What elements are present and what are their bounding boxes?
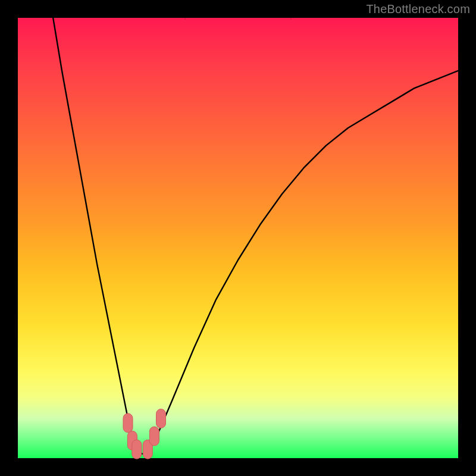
bottleneck-curve <box>53 18 458 454</box>
chart-plot-area <box>18 18 458 458</box>
curve-marker-4 <box>149 427 159 446</box>
curve-marker-5 <box>156 409 166 428</box>
curve-marker-0 <box>123 414 133 433</box>
axis-notches <box>184 18 292 20</box>
watermark-text: TheBottleneck.com <box>366 2 470 16</box>
chart-svg <box>18 18 458 458</box>
top-notch-1 <box>290 18 292 20</box>
curve-marker-2 <box>132 440 142 459</box>
curve-markers <box>123 409 166 459</box>
chart-frame: TheBottleneck.com <box>0 0 476 476</box>
top-notch-0 <box>184 18 186 20</box>
